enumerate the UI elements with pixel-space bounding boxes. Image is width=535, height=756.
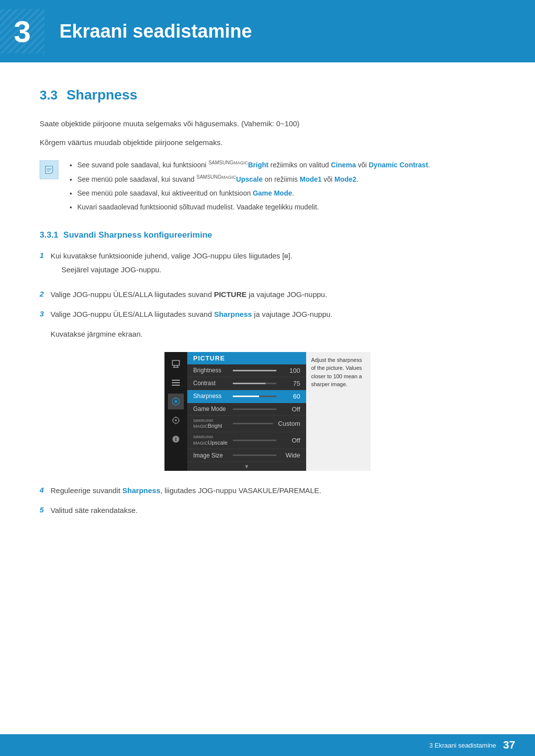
step-3: 3 Valige JOG-nuppu ÜLES/ALLA liigutades … — [40, 308, 495, 471]
osd-menu: PICTURE Brightness 100 Contrast 75 — [187, 352, 306, 471]
svg-point-11 — [174, 400, 177, 403]
osd-item-brightness: Brightness 100 — [187, 364, 306, 377]
page-footer: 3 Ekraani seadistamine 37 — [0, 734, 535, 756]
osd-sharpness-value: 60 — [281, 393, 300, 400]
osd-tooltip: Adjust the sharpness of the picture. Val… — [306, 352, 371, 471]
osd-imagesize-bar — [233, 454, 276, 456]
body-text-2: Kõrgem väärtus muudab objektide piirjoon… — [40, 137, 495, 149]
step-num-4: 4 — [40, 486, 51, 494]
subsection-title: Suvandi Sharpness konfigureerimine — [63, 230, 212, 240]
osd-arrow: ▼ — [187, 462, 306, 471]
osd-brightness-bar — [233, 370, 276, 371]
osd-icon-1 — [168, 356, 184, 372]
osd-icon-5: i — [168, 431, 184, 447]
osd-item-magicbright-label: SAMSUNGMAGICBright — [193, 418, 228, 430]
note-item-1: See suvand pole saadaval, kui funktsioon… — [77, 158, 430, 171]
note-icon — [40, 160, 58, 179]
note-box: See suvand pole saadaval, kui funktsioon… — [40, 158, 495, 215]
osd-contrast-bar — [233, 383, 276, 384]
step-2-text: Valige JOG-nuppu ÜLES/ALLA liigutades su… — [51, 289, 327, 301]
osd-magicbright-bar — [233, 423, 273, 424]
svg-text:i: i — [175, 437, 177, 442]
step-3-highlight: Sharpness — [214, 310, 252, 318]
step-2-highlight: PICTURE — [214, 290, 247, 299]
step-4: 4 Reguleerige suvandit Sharpness, liigut… — [40, 485, 495, 497]
osd-imagesize-value: Wide — [281, 452, 300, 459]
step-num-3: 3 — [40, 309, 51, 318]
step-num-5: 5 — [40, 505, 51, 514]
step-num-2: 2 — [40, 290, 51, 298]
chapter-title: Ekraani seadistamine — [59, 21, 252, 42]
subsection-number: 3.3.1 — [40, 230, 58, 240]
osd-icon-2 — [168, 375, 184, 391]
osd-item-imagesize: Image Size Wide — [187, 449, 306, 462]
chapter-number-box: 3 — [0, 9, 45, 53]
osd-item-brightness-label: Brightness — [193, 367, 228, 374]
main-content: 3.3 Sharpness Saate objektide piirjoone … — [0, 62, 535, 564]
svg-point-14 — [175, 419, 177, 421]
osd-item-magicupscale-label: SAMSUNGMAGICUpscale — [193, 435, 228, 446]
step-1: 1 Kui kuvatakse funktsioonide juhend, va… — [40, 250, 495, 281]
note-item-4: Kuvari saadaolevad funktsioonid sõltuvad… — [77, 202, 430, 213]
chapter-number: 3 — [14, 14, 31, 49]
osd-icon-3 — [168, 394, 184, 409]
steps-list: 1 Kui kuvatakse funktsioonide juhend, va… — [40, 250, 495, 517]
step-5: 5 Valitud säte rakendatakse. — [40, 504, 495, 516]
osd-icon-4 — [168, 412, 184, 428]
osd-contrast-value: 75 — [281, 380, 300, 387]
osd-item-sharpness-label: Sharpness — [193, 393, 228, 400]
step-5-text: Valitud säte rakendatakse. — [51, 504, 138, 516]
step-1-sub: Seejärel vajutage JOG-nuppu. — [61, 264, 292, 276]
body-text-1: Saate objektide piirjoone muuta selgemak… — [40, 118, 495, 130]
osd-sharpness-bar — [233, 396, 276, 397]
osd-item-gamemode-label: Game Mode — [193, 405, 228, 412]
osd-gamemode-value: Off — [281, 405, 300, 413]
osd-screenshot: i PICTURE Brightness 100 — [40, 352, 495, 471]
note-item-2: See menüü pole saadaval, kui suvand SAMS… — [77, 173, 430, 185]
osd-item-magicupscale: SAMSUNGMAGICUpscale Off — [187, 432, 306, 449]
section-title: Sharpness — [66, 87, 137, 103]
step-4-text: Reguleerige suvandit Sharpness, liigutad… — [51, 485, 321, 497]
chapter-header: 3 Ekraani seadistamine — [0, 0, 535, 62]
step-4-highlight: Sharpness — [122, 486, 160, 495]
subsection-heading: 3.3.1 Suvandi Sharpness konfigureerimine — [40, 230, 495, 240]
step-2: 2 Valige JOG-nuppu ÜLES/ALLA liigutades … — [40, 289, 495, 301]
osd-item-sharpness: Sharpness 60 — [187, 390, 306, 403]
step-1-text: Kui kuvatakse funktsioonide juhend, vali… — [51, 252, 292, 260]
osd-magicbright-value: Custom — [278, 420, 300, 427]
osd-sidebar: i — [164, 352, 187, 471]
osd-gamemode-bar — [233, 408, 276, 410]
note-list: See suvand pole saadaval, kui funktsioon… — [67, 158, 430, 215]
osd-item-magicbright: SAMSUNGMAGICBright Custom — [187, 416, 306, 433]
footer-page-number: 37 — [503, 739, 515, 752]
section-heading: 3.3 Sharpness — [40, 87, 495, 103]
osd-menu-header: PICTURE — [187, 352, 306, 364]
section-number: 3.3 — [40, 88, 57, 103]
osd-item-contrast-label: Contrast — [193, 380, 228, 387]
osd-item-contrast: Contrast 75 — [187, 377, 306, 390]
osd-item-imagesize-label: Image Size — [193, 452, 228, 459]
osd-magicupscale-bar — [233, 440, 276, 441]
osd-item-gamemode: Game Mode Off — [187, 403, 306, 416]
osd-container: i PICTURE Brightness 100 — [164, 352, 371, 471]
note-item-3: See menüü pole saadaval, kui aktiveeritu… — [77, 188, 430, 200]
svg-rect-3 — [172, 360, 179, 365]
footer-chapter-text: 3 Ekraani seadistamine — [429, 742, 496, 749]
step-num-1: 1 — [40, 251, 51, 259]
osd-magicupscale-value: Off — [281, 437, 300, 444]
step-3-sub: Kuvatakse järgmine ekraan. — [51, 328, 495, 340]
step-3-text: Valige JOG-nuppu ÜLES/ALLA liigutades su… — [51, 308, 332, 320]
osd-brightness-value: 100 — [281, 367, 300, 374]
